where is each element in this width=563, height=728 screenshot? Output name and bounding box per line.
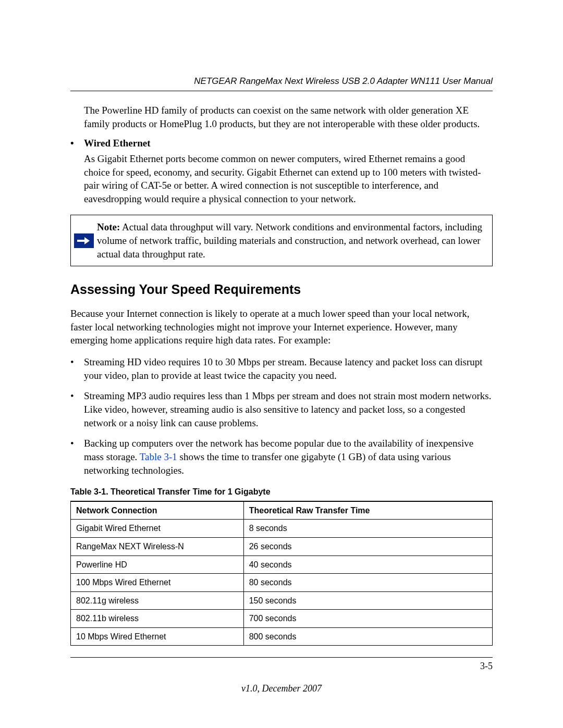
arrow-right-icon xyxy=(74,233,94,248)
table-cell: 700 seconds xyxy=(243,610,492,628)
bullet-dot-icon: • xyxy=(70,437,84,477)
requirements-list: • Streaming HD video requires 10 to 30 M… xyxy=(70,355,493,477)
table-cell: 10 Mbps Wired Ethernet xyxy=(71,627,244,646)
transfer-time-table: Network Connection Theoretical Raw Trans… xyxy=(70,501,493,646)
note-text: Note: Actual data throughput will vary. … xyxy=(97,215,492,266)
table-cell: Gigabit Wired Ethernet xyxy=(71,520,244,538)
document-page: NETGEAR RangeMax Next Wireless USB 2.0 A… xyxy=(0,0,563,728)
note-icon-cell xyxy=(71,215,97,266)
table-row: 100 Mbps Wired Ethernet80 seconds xyxy=(71,574,493,592)
list-item: • Backing up computers over the network … xyxy=(70,437,493,477)
table-row: 802.11g wireless150 seconds xyxy=(71,591,493,610)
table-cell: 802.11g wireless xyxy=(71,591,244,610)
table-row: Gigabit Wired Ethernet8 seconds xyxy=(71,520,493,538)
table-cell: 800 seconds xyxy=(243,627,492,646)
bullet-dot-icon: • xyxy=(70,137,84,150)
table-row: 802.11b wireless700 seconds xyxy=(71,610,493,628)
note-box: Note: Actual data throughput will vary. … xyxy=(70,215,493,266)
table-row: 10 Mbps Wired Ethernet800 seconds xyxy=(71,627,493,646)
table-cell: 80 seconds xyxy=(243,574,492,592)
list-item-text: Streaming MP3 audio requires less than 1… xyxy=(84,389,493,429)
list-item-text: Streaming HD video requires 10 to 30 Mbp… xyxy=(84,355,493,382)
section-intro-paragraph: Because your Internet connection is like… xyxy=(70,307,493,347)
bullet-dot-icon: • xyxy=(70,389,84,429)
wired-ethernet-paragraph: As Gigabit Ethernet ports become common … xyxy=(84,152,493,206)
note-body: Actual data throughput will vary. Networ… xyxy=(97,221,482,259)
wired-ethernet-heading: Wired Ethernet xyxy=(84,137,151,150)
bullet-dot-icon: • xyxy=(70,355,84,382)
footer-version: v1.0, December 2007 xyxy=(70,682,493,695)
table-row: Powerline HD40 seconds xyxy=(71,556,493,574)
table-3-1-link[interactable]: Table 3-1 xyxy=(140,451,177,462)
list-item-text: Backing up computers over the network ha… xyxy=(84,437,493,477)
table-cell: 802.11b wireless xyxy=(71,610,244,628)
intro-paragraph: The Powerline HD family of products can … xyxy=(84,104,493,130)
wired-ethernet-heading-row: • Wired Ethernet xyxy=(70,137,493,150)
list-item: • Streaming MP3 audio requires less than… xyxy=(70,389,493,429)
list-item: • Streaming HD video requires 10 to 30 M… xyxy=(70,355,493,382)
page-number: 3-5 xyxy=(70,660,493,672)
table-cell: 26 seconds xyxy=(243,537,492,556)
header-rule xyxy=(70,91,493,91)
section-heading: Assessing Your Speed Requirements xyxy=(70,281,493,299)
table-header-row: Network Connection Theoretical Raw Trans… xyxy=(71,501,493,520)
table-header-cell: Theoretical Raw Transfer Time xyxy=(243,501,492,520)
table-cell: 8 seconds xyxy=(243,520,492,538)
footer-rule xyxy=(70,657,493,658)
table-caption: Table 3-1. Theoretical Transfer Time for… xyxy=(70,486,493,498)
note-label: Note: xyxy=(97,221,120,232)
table-cell: 100 Mbps Wired Ethernet xyxy=(71,574,244,592)
table-header-cell: Network Connection xyxy=(71,501,244,520)
table-cell: 40 seconds xyxy=(243,556,492,574)
table-cell: Powerline HD xyxy=(71,556,244,574)
running-header: NETGEAR RangeMax Next Wireless USB 2.0 A… xyxy=(70,76,493,88)
table-cell: 150 seconds xyxy=(243,591,492,610)
table-cell: RangeMax NEXT Wireless-N xyxy=(71,537,244,556)
table-row: RangeMax NEXT Wireless-N26 seconds xyxy=(71,537,493,556)
